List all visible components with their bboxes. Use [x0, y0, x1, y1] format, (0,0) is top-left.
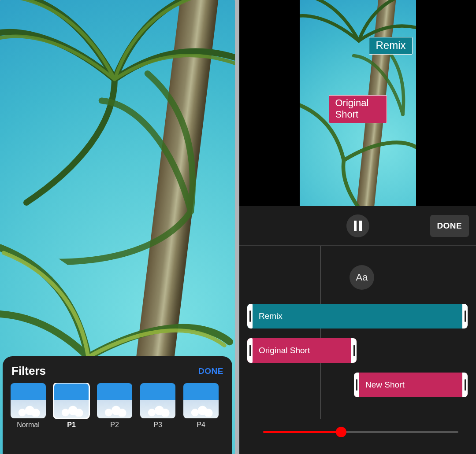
pause-icon	[354, 221, 357, 231]
filters-title: Filters	[11, 364, 46, 378]
clip-handle-right[interactable]	[462, 373, 468, 397]
filter-label: Normal	[17, 421, 40, 429]
pause-icon	[359, 221, 362, 231]
overlay-chip-remix[interactable]: Remix	[369, 37, 412, 55]
filter-thumb[interactable]	[11, 383, 46, 418]
filter-thumb[interactable]	[54, 383, 89, 418]
clip-handle-left[interactable]	[354, 373, 359, 397]
filter-thumbnails[interactable]: Normal P1 P2 P3 P4	[9, 383, 226, 429]
clip-new-short[interactable]: New Short	[354, 373, 468, 397]
clip-handle-right[interactable]	[462, 304, 468, 329]
filters-done-button[interactable]: DONE	[198, 366, 223, 376]
filter-label: P1	[67, 421, 76, 429]
timeline-area: Aa Remix Original Short	[239, 246, 476, 454]
pause-button[interactable]	[346, 214, 369, 237]
clip-handle-left[interactable]	[247, 338, 253, 363]
slider-thumb[interactable]	[336, 427, 346, 437]
filter-label: P4	[197, 421, 205, 429]
timeline-screen: Remix Original Short DONE Aa Remix	[239, 0, 476, 454]
pane-divider	[235, 0, 239, 454]
slider-fill	[263, 431, 341, 433]
overlay-chip-original[interactable]: Original Short	[329, 95, 387, 123]
clip-label: Original Short	[253, 346, 351, 355]
filter-thumb[interactable]	[183, 383, 219, 418]
filter-thumb[interactable]	[97, 383, 132, 418]
clip-label: New Short	[359, 380, 462, 390]
video-preview-area: Remix Original Short	[239, 0, 476, 206]
filter-option-normal[interactable]: Normal	[11, 383, 46, 429]
timeline-done-button[interactable]: DONE	[430, 215, 469, 237]
track-row: Remix	[239, 304, 476, 329]
filter-option-p1[interactable]: P1	[54, 383, 89, 429]
video-preview[interactable]: Remix Original Short	[300, 0, 416, 206]
zoom-slider[interactable]	[263, 427, 458, 437]
clip-original-short[interactable]: Original Short	[247, 338, 357, 363]
filter-label: P2	[110, 421, 119, 429]
filter-option-p4[interactable]: P4	[183, 383, 219, 429]
filter-label: P3	[153, 421, 162, 429]
filter-option-p2[interactable]: P2	[97, 383, 132, 429]
filter-option-p3[interactable]: P3	[140, 383, 175, 429]
clip-label: Remix	[253, 311, 462, 321]
clip-handle-right[interactable]	[351, 338, 357, 363]
clip-remix[interactable]: Remix	[247, 304, 468, 329]
clip-handle-left[interactable]	[247, 304, 253, 329]
filters-panel: Filters DONE Normal P1 P2 P3	[3, 356, 232, 454]
playback-controls: DONE	[239, 206, 476, 246]
filters-screen: Filters DONE Normal P1 P2 P3	[0, 0, 235, 454]
track-row: Original Short	[239, 338, 476, 363]
timeline-tracks: Remix Original Short New Short	[239, 304, 476, 397]
add-text-button[interactable]: Aa	[350, 265, 374, 290]
track-row: New Short	[239, 373, 476, 397]
filter-thumb[interactable]	[140, 383, 175, 418]
